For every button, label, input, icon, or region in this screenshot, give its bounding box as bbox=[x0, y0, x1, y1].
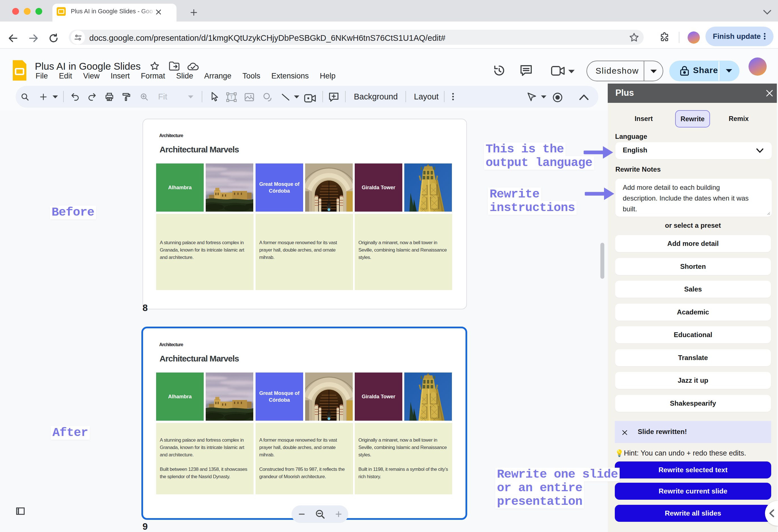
svg-text:T: T bbox=[230, 95, 233, 100]
